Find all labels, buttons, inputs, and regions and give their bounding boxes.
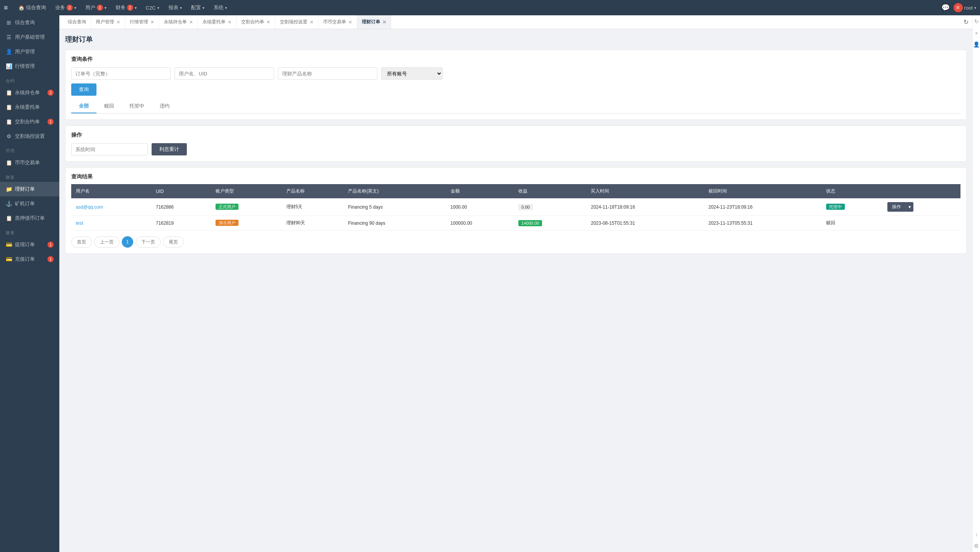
sidebar-item-overview[interactable]: ⊞ 综合查询 — [0, 15, 59, 30]
search-form: 所有账号 — [71, 67, 960, 80]
tab-perpetual-position-close[interactable]: ✕ — [189, 20, 193, 25]
tab-market-close[interactable]: ✕ — [150, 20, 154, 25]
account-select[interactable]: 所有账号 — [381, 67, 443, 80]
sidebar-item-withdraw[interactable]: 💳 提现订单 1 — [0, 237, 59, 252]
sidebar-section-contract: 合约 — [0, 73, 59, 85]
right-section: 💬 R root ▾ — [941, 3, 976, 12]
panel-down-icon[interactable]: ↓ — [974, 530, 979, 539]
filter-tab-all[interactable]: 全部 — [71, 100, 96, 113]
tab-delivery-contract-close[interactable]: ✕ — [266, 20, 270, 25]
pledge-icon: 📋 — [6, 215, 12, 221]
user-icon: 👤 — [6, 49, 12, 55]
action-button-1[interactable]: 操作 — [887, 202, 906, 212]
tab-market[interactable]: 行情管理 ✕ — [125, 15, 159, 29]
doc-icon-3: 📋 — [6, 119, 12, 125]
nav-user-badge: 3 — [97, 5, 103, 11]
username-link-2[interactable]: test — [76, 220, 83, 226]
action-dropdown-arrow-1[interactable]: ▾ — [906, 202, 913, 212]
tab-perpetual-entrust-close[interactable]: ✕ — [228, 20, 232, 25]
col-username: 用户名 — [71, 184, 151, 198]
sidebar-item-perpetual-position[interactable]: 📋 永续持仓单 2 — [0, 85, 59, 100]
user-dropdown[interactable]: R root ▾ — [954, 3, 976, 12]
cell-product-name-en-1: Financing 5 days — [343, 198, 446, 216]
sidebar-item-perpetual-entrust[interactable]: 📋 永续委托单 — [0, 100, 59, 114]
nav-config[interactable]: 配置 ▾ — [186, 0, 209, 15]
tab-user-mgmt-close[interactable]: ✕ — [116, 20, 120, 25]
sidebar-item-deposit[interactable]: 💳 充值订单 1 — [0, 252, 59, 266]
sidebar-item-label: 永续持仓单 — [15, 89, 40, 96]
table-row: asd@qq.com 7162886 正式用户 理财5天 Financing 5… — [71, 198, 960, 216]
folder-icon: 📁 — [6, 186, 12, 192]
nav-finance-badge: 2 — [127, 5, 133, 11]
tab-delivery-settings[interactable]: 交割场控设置 ✕ — [275, 15, 318, 29]
order-number-input[interactable] — [71, 67, 171, 80]
sidebar-item-finance-order[interactable]: 📁 理财订单 — [0, 182, 59, 196]
user-uid-input[interactable] — [175, 67, 274, 80]
nav-home-label: 综合查询 — [26, 4, 46, 11]
page-current-btn[interactable]: 1 — [122, 236, 133, 248]
username-link-1[interactable]: asd@qq.com — [76, 204, 103, 210]
time-input[interactable] — [71, 143, 148, 155]
search-button[interactable]: 查询 — [71, 83, 96, 96]
top-nav: ≡ 🏠 综合查询 业务 3 ▾ 用户 3 ▾ 财务 2 ▾ C2C ▾ 报表 ▾ — [0, 0, 980, 15]
nav-user[interactable]: 用户 3 ▾ — [81, 0, 111, 15]
chart-icon: 📊 — [6, 63, 12, 69]
tab-spot-trade-close[interactable]: ✕ — [348, 20, 352, 25]
ops-section-title: 操作 — [71, 132, 960, 139]
filter-tab-breach[interactable]: 违约 — [152, 100, 177, 113]
sidebar-item-delivery-contract[interactable]: 📋 交割合约单 1 — [0, 114, 59, 129]
cell-product-name-en-2: Financing 90 days — [343, 216, 446, 230]
page-first-btn[interactable]: 首页 — [71, 237, 92, 248]
nav-business[interactable]: 业务 3 ▾ — [51, 0, 81, 15]
profit-value-2: 14000.00 — [518, 220, 542, 226]
cell-buy-time-1: 2024-11-18T18:09:16 — [586, 198, 704, 216]
tab-user-mgmt[interactable]: 用户管理 ✕ — [91, 15, 125, 29]
sidebar-item-miner-order[interactable]: ⚓ 矿机订单 — [0, 196, 59, 211]
cell-action-2 — [883, 216, 960, 230]
col-amount: 金额 — [446, 184, 514, 198]
filter-tabs: 全部 赎回 托管中 违约 — [71, 100, 960, 114]
nav-system[interactable]: 系统 ▾ — [209, 0, 232, 15]
recalc-button[interactable]: 利息重计 — [152, 143, 187, 155]
sidebar-item-pledge-order[interactable]: 📋 质押借币订单 — [0, 211, 59, 225]
nav-c2c[interactable]: C2C ▾ — [141, 0, 164, 15]
panel-user-icon[interactable]: 👤 — [972, 40, 980, 49]
filter-tab-redeem[interactable]: 赎回 — [96, 100, 122, 113]
tab-overview[interactable]: 综合查询 — [63, 15, 91, 29]
nav-config-label: 配置 — [191, 4, 201, 11]
tab-perpetual-position[interactable]: 永续持仓单 ✕ — [159, 15, 198, 29]
sidebar-item-spot-trade[interactable]: 📋 币币交易单 — [0, 155, 59, 170]
tab-finance-order[interactable]: 理财订单 ✕ — [357, 15, 391, 29]
refresh-icon[interactable]: ↻ — [964, 18, 969, 26]
doc-icon: 📋 — [6, 90, 12, 96]
page-next-btn[interactable]: 下一页 — [136, 237, 161, 248]
cell-account-type-2: 演示用户 — [211, 216, 282, 230]
filter-tab-custody[interactable]: 托管中 — [122, 100, 152, 113]
tab-finance-order-close[interactable]: ✕ — [382, 20, 386, 25]
cell-buy-time-2: 2023-08-15T01:55:31 — [586, 216, 704, 230]
sidebar-item-delivery-settings[interactable]: ⚙ 交割场控设置 — [0, 129, 59, 144]
right-panel: ↻ + 👤 ↓ ⚙ — [972, 15, 980, 552]
nav-home[interactable]: 🏠 综合查询 — [14, 0, 51, 15]
nav-finance[interactable]: 财务 2 ▾ — [111, 0, 141, 15]
tab-delivery-settings-close[interactable]: ✕ — [310, 20, 314, 25]
page-last-btn[interactable]: 尾页 — [163, 237, 184, 248]
tab-perpetual-entrust[interactable]: 永续委托单 ✕ — [198, 15, 237, 29]
nav-report[interactable]: 报表 ▾ — [164, 0, 186, 15]
chevron-down-icon-user: ▾ — [974, 6, 976, 10]
tab-delivery-contract[interactable]: 交割合约单 ✕ — [237, 15, 275, 29]
sidebar-item-user-base[interactable]: ☰ 用户基础管理 — [0, 30, 59, 44]
sidebar-item-market[interactable]: 📊 行情管理 — [0, 59, 59, 73]
product-name-input[interactable] — [278, 67, 377, 80]
settings-icon: ⚙ — [6, 133, 12, 139]
cell-amount-2: 100000.00 — [446, 216, 514, 230]
page-prev-btn[interactable]: 上一页 — [94, 237, 119, 248]
chat-icon[interactable]: 💬 — [941, 3, 950, 12]
tab-spot-trade[interactable]: 币币交易单 ✕ — [318, 15, 357, 29]
sidebar-item-user-mgmt[interactable]: 👤 用户管理 — [0, 44, 59, 59]
grid-icon: ⊞ — [6, 20, 12, 26]
panel-refresh-icon[interactable]: ↻ — [973, 17, 980, 26]
panel-settings-icon[interactable]: ⚙ — [973, 542, 980, 550]
menu-icon[interactable]: ≡ — [4, 4, 8, 12]
panel-add-icon[interactable]: + — [973, 29, 979, 37]
